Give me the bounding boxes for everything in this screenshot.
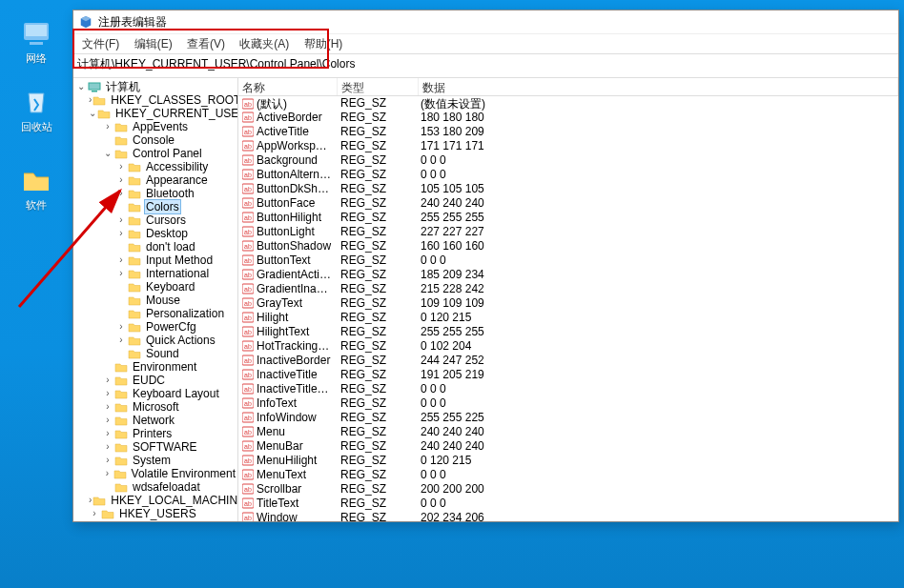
menu-edit[interactable]: 编辑(E)	[129, 34, 178, 54]
tree-item[interactable]: ›Printers	[102, 427, 237, 440]
tree-item[interactable]: ›System	[102, 454, 237, 467]
tree-item[interactable]: ›Microsoft	[102, 400, 237, 414]
tree-item[interactable]: Keyboard	[115, 280, 237, 294]
table-row[interactable]: abTitleTextREG_SZ0 0 0	[238, 497, 898, 511]
table-row[interactable]: abScrollbarREG_SZ200 200 200	[238, 482, 898, 497]
table-row[interactable]: abButtonTextREG_SZ0 0 0	[238, 253, 898, 268]
tree-item[interactable]: ›EUDC	[102, 374, 237, 387]
table-row[interactable]: abHilightTextREG_SZ255 255 255	[238, 325, 898, 339]
tree-item[interactable]: ›Accessibility	[115, 160, 237, 173]
tree-item[interactable]: Personalization	[115, 307, 237, 320]
menu-view[interactable]: 查看(V)	[181, 34, 231, 54]
tree-item[interactable]: ⌄Control Panel	[102, 147, 237, 160]
twisty-closed-icon[interactable]: ›	[115, 227, 127, 240]
table-row[interactable]: abButtonAlternat...REG_SZ0 0 0	[238, 168, 898, 182]
table-row[interactable]: abButtonShadowREG_SZ160 160 160	[238, 239, 898, 253]
twisty-open-icon[interactable]: ⌄	[89, 107, 96, 120]
table-row[interactable]: abWindowREG_SZ202 234 206	[238, 511, 898, 521]
table-row[interactable]: abButtonHilightREG_SZ255 255 255	[238, 211, 898, 225]
tree-item[interactable]: ›Input Method	[115, 253, 237, 267]
twisty-closed-icon[interactable]: ›	[115, 320, 127, 334]
tree-item[interactable]: ›HKEY_CLASSES_ROOT	[89, 93, 237, 107]
table-row[interactable]: abActiveTitleREG_SZ153 180 209	[238, 125, 898, 139]
twisty-closed-icon[interactable]: ›	[102, 467, 113, 480]
table-row[interactable]: abInfoTextREG_SZ0 0 0	[238, 396, 898, 411]
table-row[interactable]: abInactiveBorderREG_SZ244 247 252	[238, 354, 898, 368]
twisty-closed-icon[interactable]: ›	[115, 334, 127, 347]
twisty-closed-icon[interactable]: ›	[102, 414, 113, 427]
tree-item[interactable]: ›HKEY_LOCAL_MACHINE	[89, 494, 237, 507]
tree-item[interactable]: ›Cursors	[115, 213, 237, 227]
tree-item[interactable]: Sound	[115, 347, 237, 360]
tree-item[interactable]: ›International	[115, 267, 237, 280]
twisty-closed-icon[interactable]: ›	[115, 173, 127, 187]
twisty-closed-icon[interactable]: ›	[115, 267, 127, 280]
twisty-closed-icon[interactable]: ›	[89, 507, 100, 520]
twisty-open-icon[interactable]: ⌄	[75, 80, 87, 93]
table-row[interactable]: abInfoWindowREG_SZ255 255 225	[238, 411, 898, 425]
table-row[interactable]: abMenuTextREG_SZ0 0 0	[238, 468, 898, 482]
registry-tree[interactable]: ⌄计算机›HKEY_CLASSES_ROOT⌄HKEY_CURRENT_USER…	[73, 78, 238, 521]
tree-item[interactable]: ›SOFTWARE	[102, 440, 237, 454]
table-row[interactable]: abMenuREG_SZ240 240 240	[238, 425, 898, 439]
table-row[interactable]: abInactiveTitleREG_SZ191 205 219	[238, 368, 898, 382]
table-row[interactable]: abActiveBorderREG_SZ180 180 180	[238, 111, 898, 125]
menu-fav[interactable]: 收藏夹(A)	[234, 34, 295, 54]
table-row[interactable]: abAppWorkspaceREG_SZ171 171 171	[238, 139, 898, 153]
table-row[interactable]: abMenuHilightREG_SZ0 120 215	[238, 454, 898, 468]
tree-item[interactable]: ›PowerCfg	[115, 320, 237, 334]
twisty-closed-icon[interactable]: ›	[115, 160, 127, 173]
twisty-closed-icon[interactable]: ›	[102, 440, 113, 454]
col-name[interactable]: 名称	[238, 78, 338, 95]
tree-item[interactable]: ›Volatile Environment	[102, 467, 237, 480]
tree-item[interactable]: Environment	[102, 360, 237, 374]
tree-item[interactable]: ›Desktop	[115, 227, 237, 240]
menu-file[interactable]: 文件(F)	[76, 34, 125, 54]
table-row[interactable]: ab(默认)REG_SZ(数值未设置)	[238, 96, 898, 111]
tree-item[interactable]: ›Network	[102, 414, 237, 427]
twisty-closed-icon[interactable]: ›	[102, 374, 113, 387]
table-row[interactable]: abHilightREG_SZ0 120 215	[238, 311, 898, 325]
tree-item[interactable]: ⌄计算机	[75, 80, 237, 93]
tree-item[interactable]: ›HKEY_USERS	[89, 507, 237, 520]
address-bar[interactable]: 计算机\HKEY_CURRENT_USER\Control Panel\Colo…	[73, 54, 898, 78]
twisty-closed-icon[interactable]: ›	[102, 387, 113, 400]
value-list[interactable]: 名称 类型 数据 ab(默认)REG_SZ(数值未设置)abActiveBord…	[238, 78, 898, 521]
twisty-closed-icon[interactable]: ›	[115, 187, 127, 200]
table-row[interactable]: abHotTrackingCol...REG_SZ0 102 204	[238, 339, 898, 354]
tree-item[interactable]: Colors	[115, 200, 237, 213]
twisty-closed-icon[interactable]: ›	[102, 454, 113, 467]
desktop-icon-software[interactable]: 软件	[13, 164, 59, 213]
tree-item[interactable]: Console	[102, 133, 237, 147]
col-type[interactable]: 类型	[338, 78, 419, 95]
tree-item[interactable]: ›AppEvents	[102, 120, 237, 133]
table-row[interactable]: abButtonDkShad...REG_SZ105 105 105	[238, 182, 898, 196]
twisty-closed-icon[interactable]: ›	[89, 93, 92, 107]
table-row[interactable]: abBackgroundREG_SZ0 0 0	[238, 153, 898, 168]
twisty-closed-icon[interactable]: ›	[89, 520, 92, 521]
twisty-closed-icon[interactable]: ›	[115, 253, 127, 267]
twisty-open-icon[interactable]: ⌄	[102, 147, 113, 160]
twisty-closed-icon[interactable]: ›	[102, 120, 113, 133]
col-data[interactable]: 数据	[419, 78, 898, 95]
desktop-icon-network[interactable]: 网络	[13, 17, 59, 66]
table-row[interactable]: abButtonLightREG_SZ227 227 227	[238, 225, 898, 239]
table-row[interactable]: abMenuBarREG_SZ240 240 240	[238, 439, 898, 454]
table-row[interactable]: abGradientActiveT...REG_SZ185 209 234	[238, 268, 898, 282]
titlebar[interactable]: 注册表编辑器	[73, 10, 898, 34]
table-row[interactable]: abGradientInactiv...REG_SZ215 228 242	[238, 282, 898, 296]
tree-item[interactable]: ›Quick Actions	[115, 334, 237, 347]
twisty-closed-icon[interactable]: ›	[102, 427, 113, 440]
tree-item[interactable]: ›Keyboard Layout	[102, 387, 237, 400]
tree-item[interactable]: ›HKEY_CURRENT_CONFIG	[89, 520, 237, 521]
tree-item[interactable]: wdsafeloadat	[102, 480, 237, 494]
table-row[interactable]: abGrayTextREG_SZ109 109 109	[238, 296, 898, 311]
tree-item[interactable]: Mouse	[115, 294, 237, 307]
table-row[interactable]: abButtonFaceREG_SZ240 240 240	[238, 196, 898, 211]
tree-item[interactable]: ›Bluetooth	[115, 187, 237, 200]
menu-help[interactable]: 帮助(H)	[298, 34, 349, 54]
twisty-closed-icon[interactable]: ›	[89, 494, 92, 507]
tree-item[interactable]: ›Appearance	[115, 173, 237, 187]
tree-item[interactable]: ⌄HKEY_CURRENT_USER	[89, 107, 237, 120]
table-row[interactable]: abInactiveTitleTextREG_SZ0 0 0	[238, 382, 898, 396]
